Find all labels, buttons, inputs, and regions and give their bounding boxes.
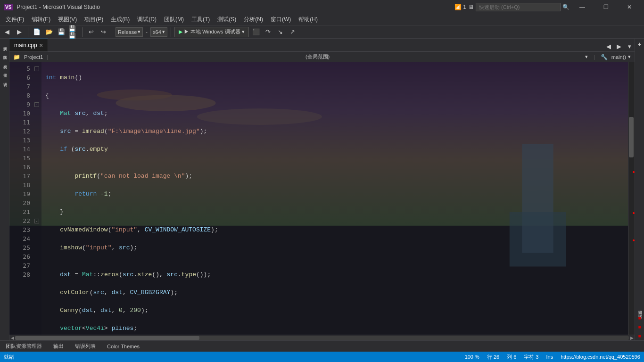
sidebar-solution-explorer[interactable]: 解决	[0, 40, 9, 48]
scroll-track[interactable]	[15, 336, 629, 340]
right-sidebar-breakpoint3[interactable]: ■	[636, 331, 643, 340]
gutter-10	[33, 109, 41, 118]
toolbar-sep3	[112, 27, 112, 37]
bottom-tab-output[interactable]: 输出	[51, 342, 66, 351]
platform-dropdown[interactable]: x64 ▾	[150, 27, 167, 37]
tab-main-cpp[interactable]: main.cpp ✕	[9, 39, 48, 51]
quick-launch-input[interactable]	[476, 3, 561, 11]
gutter-22[interactable]: -	[33, 216, 41, 225]
sidebar-resource[interactable]: 资源	[0, 75, 9, 84]
menu-analyze[interactable]: 分析(N)	[240, 15, 267, 25]
run-button[interactable]: ▶ ▶ 本地 Windows 调试器 ▾	[174, 27, 249, 37]
menu-window[interactable]: 窗口(W)	[267, 15, 295, 25]
tab-scroll-left[interactable]: ◀	[603, 41, 614, 51]
right-sidebar-breakpoint[interactable]: ■	[636, 313, 643, 322]
editor-area: main.cpp ✕ ◀ ▶ ▾ 📁 Project1 | (全局范围) ▾ |…	[9, 39, 635, 340]
scroll-thumb[interactable]	[629, 117, 634, 158]
code-line-14: cvNamedWindow("input", CV_WINDOW_AUTOSIZ…	[45, 225, 624, 234]
toolbar-step-into[interactable]: ↘	[275, 27, 286, 37]
platform-label: x64	[153, 29, 161, 35]
editor-nav: 📁 Project1 | (全局范围) ▾ | 🔧 main() ▾	[9, 52, 635, 62]
config-arrow: ▾	[138, 29, 140, 35]
sidebar-team[interactable]: 团队	[0, 49, 9, 57]
sidebar-properties[interactable]: 属性	[0, 66, 9, 75]
wifi-icon: 📶 1	[454, 4, 466, 10]
minimize-button[interactable]: —	[571, 0, 593, 14]
gutter-19	[33, 189, 41, 198]
scroll-thumb-h[interactable]	[15, 336, 199, 340]
scroll-left-button[interactable]: ◀	[9, 335, 15, 341]
code-container[interactable]: 5 6 7 8 9 10 11 12 13 14 15 16 17 18 19 …	[9, 62, 635, 335]
run-dropdown-arrow: ▾	[242, 29, 245, 35]
bottom-tabs: 团队资源管理器 输出 错误列表 Color Themes	[0, 340, 644, 352]
menu-build[interactable]: 生成(B)	[107, 15, 133, 25]
code-line-19: Canny(dst, dst, 0, 200);	[45, 306, 624, 315]
toolbar-sep2	[82, 27, 83, 37]
gutter-21	[33, 207, 41, 216]
toolbar-new[interactable]: 📄	[32, 27, 42, 37]
menu-team[interactable]: 团队(M)	[160, 15, 188, 25]
line-num-7: 7	[9, 82, 30, 91]
toolbar-save[interactable]: 💾	[56, 27, 66, 37]
tab-scroll-right[interactable]: ▶	[614, 41, 624, 51]
toolbar-breakpoints[interactable]: ⬛	[251, 27, 261, 37]
menu-test[interactable]: 测试(S)	[214, 15, 240, 25]
line-num-25: 25	[9, 243, 30, 252]
toolbar-step-over[interactable]: ↷	[263, 27, 273, 37]
menu-tools[interactable]: 工具(T)	[188, 15, 214, 25]
toolbar-forward[interactable]: ▶	[14, 27, 25, 37]
toolbar-open[interactable]: 📂	[44, 27, 54, 37]
menu-view[interactable]: 视图(V)	[54, 15, 81, 25]
toolbar-undo[interactable]: ↩	[86, 27, 96, 37]
toolbar-redo[interactable]: ↪	[98, 27, 108, 37]
menu-file[interactable]: 文件(F)	[2, 15, 28, 25]
gutter-9[interactable]: -	[33, 100, 41, 109]
tab-close-button[interactable]: ✕	[39, 43, 43, 48]
bottom-tab-team[interactable]: 团队资源管理器	[4, 342, 44, 351]
toolbar-back[interactable]: ◀	[2, 27, 12, 37]
restore-button[interactable]: ❐	[595, 0, 617, 14]
minimap-scrollbar[interactable]	[628, 62, 635, 335]
scroll-right-button[interactable]: ▶	[629, 335, 635, 341]
toolbar-sep4: -	[146, 29, 148, 35]
toolbar-save-all[interactable]: 💾💾	[68, 27, 79, 37]
collapse-icon-22[interactable]: -	[34, 219, 39, 223]
collapse-icon-5[interactable]: -	[34, 66, 39, 71]
gutter-26	[33, 252, 41, 261]
bottom-tab-color-themes[interactable]: Color Themes	[105, 343, 141, 350]
gutter-11	[33, 118, 41, 127]
sidebar-class[interactable]: 类视	[0, 58, 9, 66]
gutter-5[interactable]: -	[33, 64, 41, 73]
menu-help[interactable]: 帮助(H)	[295, 15, 322, 25]
nav-arrow: ▾	[585, 54, 588, 60]
line-num-19: 19	[9, 189, 30, 198]
menu-edit[interactable]: 编辑(E)	[28, 15, 54, 25]
title-bar: VS Project1 - Microsoft Visual Studio 📶 …	[0, 0, 644, 14]
status-zoom: 100 %	[465, 354, 479, 360]
toolbar-step-out[interactable]: ↗	[288, 27, 298, 37]
menu-project[interactable]: 项目(P)	[81, 15, 107, 25]
right-sidebar-breakpoint2[interactable]: ■	[636, 322, 643, 331]
tab-list[interactable]: ▾	[624, 41, 635, 51]
horizontal-scrollbar[interactable]: ◀ ▶	[9, 335, 635, 340]
menu-debug[interactable]: 调试(D)	[133, 15, 160, 25]
config-dropdown[interactable]: Release ▾	[116, 27, 143, 37]
nav-scope[interactable]: (全局范围)	[52, 53, 583, 60]
gutter-6	[33, 73, 41, 82]
code-editor[interactable]: int main() { Mat src, dst; src = imread(…	[41, 62, 628, 335]
right-sidebar-filter[interactable]: 回调	[637, 306, 642, 310]
nav-project[interactable]: Project1	[24, 54, 43, 60]
gutter-14	[33, 145, 41, 154]
nav-function[interactable]: main()	[611, 54, 626, 60]
right-sidebar-add[interactable]: +	[636, 39, 643, 50]
code-line-6: {	[45, 91, 624, 100]
bottom-tab-errors[interactable]: 错误列表	[73, 342, 98, 351]
close-button[interactable]: ✕	[619, 0, 640, 14]
right-sidebar-debug[interactable]: 调试	[637, 310, 642, 313]
collapse-icon-9[interactable]: -	[34, 102, 39, 107]
code-line-9: if (src.empty	[45, 145, 624, 154]
gutter-24	[33, 234, 41, 243]
toolbar-sep1	[28, 27, 28, 37]
line-num-24: 24	[9, 234, 30, 243]
nav-func-icon: 🔧	[601, 54, 608, 60]
